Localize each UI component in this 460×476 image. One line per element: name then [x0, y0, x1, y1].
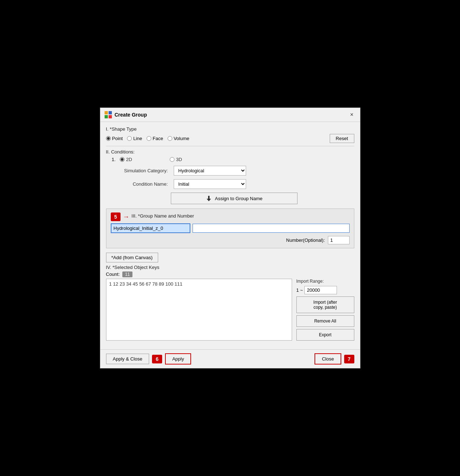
selected-objects-label: IV. *Selected Object Keys [106, 265, 160, 270]
import-button[interactable]: Import (after copy, paste) [296, 296, 354, 313]
annotation-arrow-5: → [123, 213, 129, 221]
radio-face[interactable]: Face [147, 136, 163, 141]
radio-line[interactable]: Line [127, 136, 142, 141]
radio-2d[interactable]: 2D [120, 157, 167, 162]
condition-row-1: 1. 2D 3D [112, 157, 354, 162]
radio-3d-label: 3D [176, 157, 182, 162]
shape-type-row: Point Line Face Volume Reset [106, 134, 354, 143]
create-group-dialog: Create Group × I. *Shape Type Point Line… [100, 108, 360, 368]
count-badge: 11 [122, 271, 132, 277]
conditions-label: II. Conditions: [106, 149, 354, 155]
add-canvas-button[interactable]: *Add (from Canvas) [106, 253, 158, 262]
number-row: Number(Optional): [111, 236, 350, 244]
simulation-category-select[interactable]: Hydrological [174, 166, 246, 176]
condition-name-select[interactable]: Initial [174, 179, 246, 189]
radio-face-label: Face [153, 136, 163, 141]
condition-name-label: Condition Name: [112, 181, 168, 187]
radio-3d[interactable]: 3D [170, 157, 217, 162]
radio-volume[interactable]: Volume [168, 136, 189, 141]
range-start-label: 1 ~ [296, 287, 303, 293]
keys-list: 1 12 23 34 45 56 67 78 89 100 111 [106, 279, 292, 341]
assign-to-group-button[interactable]: Assign to Group Name [171, 193, 297, 204]
close-footer-button[interactable]: Close [315, 353, 341, 365]
divider1 [106, 146, 354, 146]
radio-volume-label: Volume [174, 136, 189, 141]
close-button[interactable]: × [348, 111, 355, 119]
number-label: Number(Optional): [286, 237, 325, 243]
assign-btn-label: Assign to Group Name [215, 196, 263, 201]
footer: Apply & Close 6 Apply Close 7 [100, 349, 360, 368]
annotation-7: 7 [344, 355, 354, 363]
svg-rect-1 [109, 111, 112, 114]
svg-marker-5 [207, 199, 211, 201]
reset-button[interactable]: Reset [330, 134, 354, 143]
apply-button[interactable]: Apply [165, 353, 191, 365]
apply-close-button[interactable]: Apply & Close [106, 354, 149, 364]
group-name-input-secondary[interactable] [193, 224, 350, 233]
shape-type-section: I. *Shape Type Point Line Face Volume [106, 126, 354, 143]
app-icon [105, 111, 112, 118]
count-text: Count: [106, 271, 120, 277]
svg-rect-4 [208, 196, 210, 199]
assign-icon [206, 195, 212, 202]
canvas-section: *Add (from Canvas) IV. *Selected Object … [106, 253, 354, 341]
range-row: 1 ~ [296, 286, 354, 294]
condition-row-2: Simulation Category: Hydrological [112, 166, 354, 176]
title-bar: Create Group × [100, 108, 360, 122]
radio-point[interactable]: Point [106, 136, 123, 141]
dialog-body: I. *Shape Type Point Line Face Volume [100, 122, 360, 349]
group-name-row [111, 223, 350, 233]
number-input[interactable] [328, 236, 350, 244]
annotation-5: 5 [111, 212, 121, 221]
selected-objects-header: IV. *Selected Object Keys [106, 265, 354, 270]
radio-2d-label: 2D [126, 157, 132, 162]
condition-row-3: Condition Name: Initial [112, 179, 354, 189]
group-annotation-row: 5 → III. *Group Name and Number [111, 212, 350, 221]
objects-layout: 1 12 23 34 45 56 67 78 89 100 111 Import… [106, 279, 354, 341]
radio-point-label: Point [112, 136, 123, 141]
svg-rect-2 [105, 115, 108, 118]
range-end-input[interactable] [304, 286, 337, 294]
remove-all-button[interactable]: Remove All [296, 315, 354, 327]
title-bar-left: Create Group [105, 111, 147, 118]
group-name-label: III. *Group Name and Number [131, 213, 194, 219]
export-button[interactable]: Export [296, 329, 354, 341]
svg-rect-0 [105, 111, 108, 114]
conditions-section: II. Conditions: 1. 2D 3D Simulat [106, 149, 354, 204]
conditions-block: 1. 2D 3D Simulation Category: Hydrologic… [106, 157, 354, 204]
svg-rect-3 [109, 115, 112, 118]
keys-text: 1 12 23 34 45 56 67 78 89 100 111 [109, 281, 182, 287]
import-range-label: Import Range: [296, 279, 354, 284]
assign-btn-wrapper: Assign to Group Name [112, 193, 354, 204]
shape-type-label: I. *Shape Type [106, 126, 354, 132]
selected-objects-section: IV. *Selected Object Keys Count: 11 1 12… [106, 265, 354, 341]
simulation-category-label: Simulation Category: [112, 168, 168, 173]
radio-line-label: Line [133, 136, 142, 141]
right-panel: Import Range: 1 ~ Import (after copy, pa… [296, 279, 354, 341]
group-name-input-primary[interactable] [111, 223, 190, 233]
condition-1-number: 1. [112, 157, 116, 162]
count-row: Count: 11 [106, 271, 354, 277]
annotation-6: 6 [152, 355, 162, 363]
group-section: 5 → III. *Group Name and Number Number(O… [106, 208, 354, 248]
dialog-title: Create Group [115, 112, 147, 118]
